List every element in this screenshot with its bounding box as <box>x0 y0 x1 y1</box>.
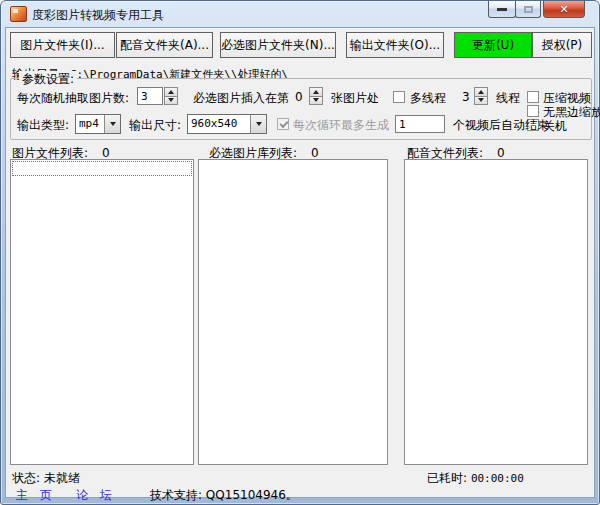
image-folder-button[interactable]: 图片文件夹(I)... <box>10 32 115 58</box>
multithread-checkbox[interactable] <box>393 91 405 103</box>
chevron-down-icon[interactable] <box>250 115 266 133</box>
audio-list-label-text: 配音文件列表: <box>407 146 483 160</box>
random-count-input[interactable] <box>137 87 163 105</box>
thread-suffix-label: 线程 <box>496 90 520 107</box>
elapsed-label: 已耗时: <box>427 471 467 485</box>
status-label-text: 状态: <box>12 471 40 485</box>
insert-pos-label: 必选图片插入在第 <box>193 90 289 107</box>
close-button[interactable]: ✕ <box>543 1 585 18</box>
loop-limit-input[interactable] <box>395 115 445 133</box>
audio-list-count: 0 <box>497 146 505 160</box>
maximize-button[interactable] <box>515 1 541 18</box>
multithread-label: 多线程 <box>410 90 446 107</box>
required-list-label-text: 必选图片库列表: <box>209 146 297 160</box>
window-title: 度彩图片转视频专用工具 <box>32 7 164 24</box>
spin-down-icon[interactable] <box>474 96 488 106</box>
image-file-listbox[interactable] <box>10 159 194 465</box>
audio-folder-button[interactable]: 配音文件夹(A)... <box>116 32 213 58</box>
output-size-value: 960x540 <box>188 115 250 133</box>
thread-count-value: 3 <box>462 90 470 104</box>
elapsed-value: 00:00:00 <box>471 472 524 485</box>
insert-pos-suffix: 张图片处 <box>331 90 379 107</box>
params-groupbox: 参数设置: 每次随机抽取图片数: 必选图片插入在第 0 张图片处 多线程 3 <box>10 78 592 140</box>
app-icon <box>10 6 27 22</box>
close-icon: ✕ <box>559 3 568 16</box>
random-count-spinner[interactable] <box>164 87 178 105</box>
output-size-select[interactable]: 960x540 <box>187 114 267 134</box>
spin-down-icon[interactable] <box>164 96 178 106</box>
output-type-value: mp4 <box>76 115 104 133</box>
support-text: 技术支持: QQ15104946。 <box>150 487 298 504</box>
caption-buttons: ✕ <box>488 1 585 18</box>
required-image-folder-button[interactable]: 必选图片文件夹(N)... <box>220 32 336 58</box>
loop-limit-suffix: 个视频后自动结束 <box>453 117 549 134</box>
image-list-label-text: 图片文件列表: <box>12 146 88 160</box>
required-list-count: 0 <box>311 146 319 160</box>
insert-pos-value: 0 <box>295 90 303 104</box>
chevron-down-icon[interactable] <box>104 115 120 133</box>
random-count-label: 每次随机抽取图片数: <box>17 90 129 107</box>
client-area: 图片文件夹(I)... 配音文件夹(A)... 必选图片文件夹(N)... 输出… <box>5 27 595 498</box>
image-list-count: 0 <box>102 146 110 160</box>
maximize-icon <box>524 6 533 13</box>
titlebar[interactable]: 度彩图片转视频专用工具 ✕ <box>1 1 599 27</box>
loop-limit-checkbox[interactable] <box>277 118 289 130</box>
minimize-button[interactable] <box>488 1 516 18</box>
minimize-icon <box>497 8 507 11</box>
output-type-label: 输出类型: <box>17 117 69 134</box>
thread-count-spinner[interactable] <box>474 87 488 105</box>
loop-limit-label: 每次循环最多生成 <box>293 117 389 134</box>
output-size-label: 输出尺寸: <box>129 117 181 134</box>
output-folder-button[interactable]: 输出文件夹(O)... <box>346 32 444 58</box>
params-legend: 参数设置: <box>19 71 77 88</box>
no-black-scale-checkbox[interactable] <box>527 105 539 117</box>
update-button[interactable]: 更新(U) <box>454 32 532 58</box>
app-window: 度彩图片转视频专用工具 ✕ 图片文件夹(I)... 配音文件夹(A)... 必选… <box>0 0 600 505</box>
required-image-listbox[interactable] <box>198 159 388 465</box>
output-type-select[interactable]: mp4 <box>75 114 121 134</box>
home-link[interactable]: 主 页 <box>16 487 56 504</box>
forum-link[interactable]: 论 坛 <box>76 487 116 504</box>
elapsed-time: 已耗时: 00:00:00 <box>427 470 524 487</box>
insert-pos-spinner[interactable] <box>309 87 323 105</box>
compress-video-checkbox[interactable] <box>527 91 539 103</box>
audio-file-listbox[interactable] <box>404 159 588 465</box>
status-value: 未就绪 <box>44 471 80 485</box>
status-label: 状态: 未就绪 <box>12 470 80 487</box>
spin-down-icon[interactable] <box>309 96 323 106</box>
license-button[interactable]: 授权(P) <box>532 32 592 58</box>
list-focus-rect <box>12 161 192 176</box>
